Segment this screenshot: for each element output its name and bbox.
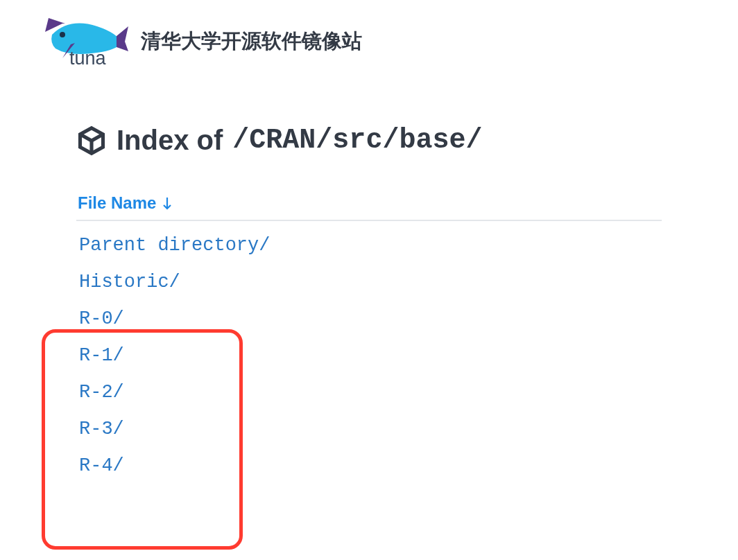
column-header-file-name[interactable]: File Name (76, 188, 662, 221)
column-header-label: File Name (78, 193, 156, 213)
file-link-r2[interactable]: R-2/ (79, 382, 124, 403)
file-list: Parent directory/ Historic/ R-0/ R-1/ R-… (76, 235, 662, 476)
package-icon (76, 125, 107, 156)
file-link-r1[interactable]: R-1/ (79, 345, 124, 366)
main-content: Index of /CRAN/src/base/ File Name Paren… (0, 76, 738, 490)
file-link-r4[interactable]: R-4/ (79, 455, 124, 476)
arrow-down-icon (162, 196, 173, 210)
file-link-parent[interactable]: Parent directory/ (79, 235, 270, 256)
index-heading: Index of /CRAN/src/base/ (76, 125, 662, 156)
tuna-logo[interactable]: tuna (42, 14, 128, 69)
file-link-r0[interactable]: R-0/ (79, 308, 124, 329)
svg-point-0 (60, 32, 65, 37)
site-title: 清华大学开源软件镜像站 (141, 28, 362, 55)
file-link-r3[interactable]: R-3/ (79, 419, 124, 439)
heading-prefix: Index of (117, 125, 223, 156)
file-link-historic[interactable]: Historic/ (79, 272, 180, 292)
page-header: tuna 清华大学开源软件镜像站 (0, 0, 738, 76)
heading-path: /CRAN/src/base/ (232, 125, 482, 156)
svg-text:tuna: tuna (69, 48, 107, 69)
